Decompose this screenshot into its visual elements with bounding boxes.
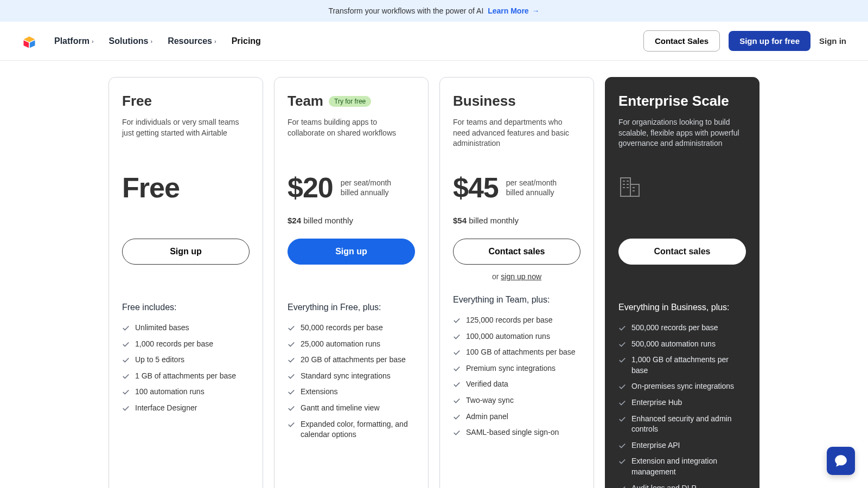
plan-desc: For individuals or very small teams just… [122,117,250,150]
check-icon [453,413,461,421]
feature-item: 25,000 automation runs [288,336,415,352]
check-icon [618,399,626,407]
nav-item-resources[interactable]: Resources› [168,36,216,46]
feature-list: 500,000 records per base500,000 automati… [618,320,746,488]
plan-price: $20 [288,171,333,204]
check-icon [618,383,626,390]
pricing-cards: Free For individuals or very small teams… [108,77,760,488]
feature-item: SAML-based single sign-on [453,425,580,441]
check-icon [122,341,130,348]
check-icon [122,356,130,364]
price-sub: per seat/monthbilled annually [341,178,391,197]
feature-item: 100 automation runs [122,384,250,400]
banner-link[interactable]: Learn More → [488,7,539,15]
signup-button[interactable]: Sign up for free [729,31,810,51]
check-icon [122,324,130,332]
check-icon [453,381,461,388]
chevron-right-icon: › [92,38,94,44]
feature-item: On-premises sync integrations [618,378,746,395]
feature-item: 50,000 records per base [288,320,415,336]
check-icon [288,373,295,380]
feature-list: 50,000 records per base25,000 automation… [288,320,415,443]
includes-heading: Everything in Team, plus: [453,295,580,305]
nav-item-platform[interactable]: Platform› [54,36,94,46]
feature-item: 1,000 records per base [122,336,250,352]
check-icon [618,415,626,423]
feature-item: 500,000 records per base [618,320,746,336]
plan-cta-enterprise[interactable]: Contact sales [618,239,746,265]
try-free-pill: Try for free [329,96,371,107]
feature-item: Expanded color, formatting, and calendar… [288,416,415,443]
check-icon [122,388,130,396]
check-icon [453,365,461,373]
plan-title: Team [288,93,323,110]
nav-item-pricing[interactable]: Pricing [232,36,261,46]
feature-item: Unlimited bases [122,320,250,336]
check-icon [288,421,295,428]
feature-item: Up to 5 editors [122,352,250,368]
arrow-right-icon: → [532,7,540,15]
plan-desc: For teams building apps to collaborate o… [288,117,415,150]
plan-title: Free [122,93,152,110]
feature-item: 1,000 GB of attachments per base [618,352,746,378]
check-icon [288,404,295,412]
or-signup: or sign up now [453,272,580,281]
plan-cta-team[interactable]: Sign up [288,239,415,265]
contact-sales-button[interactable]: Contact Sales [643,30,720,52]
feature-item: 125,000 records per base [453,312,580,329]
plan-card-enterprise: Enterprise Scale For organizations looki… [605,77,760,488]
feature-item: Extension and integration management [618,453,746,480]
check-icon [618,442,626,450]
chat-icon [834,454,848,468]
plan-card-business: Business For teams and departments who n… [439,77,594,488]
includes-heading: Free includes: [122,303,250,312]
price-sub: per seat/monthbilled annually [506,178,557,197]
plan-desc: For teams and departments who need advan… [453,117,580,150]
feature-item: Interface Designer [122,400,250,416]
alt-price: $24 billed monthly [288,216,415,228]
building-icon [618,176,642,200]
check-icon [453,429,461,436]
check-icon [453,317,461,324]
signin-link[interactable]: Sign in [819,36,846,46]
feature-item: Admin panel [453,409,580,425]
nav-item-solutions[interactable]: Solutions› [109,36,153,46]
feature-item: Two-way sync [453,393,580,409]
feature-item: 1 GB of attachments per base [122,368,250,384]
check-icon [122,404,130,412]
includes-heading: Everything in Free, plus: [288,303,415,312]
feature-item: 20 GB of attachments per base [288,352,415,368]
logo[interactable] [22,34,37,49]
feature-item: Premium sync integrations [453,361,580,377]
feature-item: Enterprise API [618,438,746,454]
signup-now-link[interactable]: sign up now [501,272,541,281]
feature-item: 100,000 automation runs [453,329,580,345]
plan-price: Free [122,171,180,204]
check-icon [288,388,295,396]
check-icon [453,333,461,341]
plan-card-free: Free For individuals or very small teams… [108,77,263,488]
check-icon [122,373,130,380]
check-icon [618,485,626,488]
check-icon [288,341,295,348]
feature-item: 100 GB of attachments per base [453,344,580,361]
feature-item: Gantt and timeline view [288,400,415,416]
announcement-banner: Transform your workflows with the power … [0,0,868,22]
feature-item: 500,000 automation runs [618,336,746,352]
includes-heading: Everything in Business, plus: [618,303,746,312]
plan-desc: For organizations looking to build scala… [618,117,746,150]
plan-cta-business[interactable]: Contact sales [453,239,580,265]
chat-button[interactable] [827,447,855,475]
alt-price: $54 billed monthly [453,216,580,228]
feature-list: 125,000 records per base100,000 automati… [453,312,580,441]
banner-text: Transform your workflows with the power … [328,7,483,15]
check-icon [453,397,461,404]
chevron-right-icon: › [150,38,152,44]
feature-item: Enhanced security and admin controls [618,411,746,438]
check-icon [618,458,626,465]
plan-title: Business [453,93,516,110]
plan-title: Enterprise Scale [618,93,729,110]
feature-item: Verified data [453,376,580,393]
check-icon [618,356,626,364]
plan-cta-free[interactable]: Sign up [122,239,250,265]
